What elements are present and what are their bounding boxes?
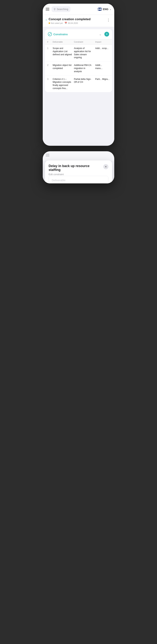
bg-nav-bar bbox=[43, 151, 114, 161]
page-title: Concept creation completed bbox=[49, 18, 91, 21]
row-deliverable: Scope and Application List defined and a… bbox=[53, 47, 74, 56]
row-num: 3 bbox=[47, 78, 53, 80]
bottom-spacer bbox=[43, 94, 114, 146]
row-num: 2 bbox=[47, 64, 53, 66]
modal-header: Delay in back up resource staffing ✕ bbox=[49, 164, 108, 172]
vote-dot-icon bbox=[49, 22, 50, 24]
constraints-title: Constrains bbox=[53, 33, 68, 36]
deliverable-field[interactable]: Deliverable bbox=[49, 176, 108, 184]
col-header-deliverable: Deliverable bbox=[53, 41, 74, 43]
bottom-phone-screen: Delay in back up resource staffing ✕ Edi… bbox=[43, 151, 114, 184]
col-header-constraint: Constraint bbox=[74, 41, 95, 43]
nav-bar: ⚲ Searching ENG ⌄ bbox=[43, 4, 114, 15]
hamburger-menu-button[interactable] bbox=[46, 8, 49, 10]
constraints-section: Constrains ⌄ + # Deliverable Constraint … bbox=[45, 29, 112, 92]
row-impact: Addi... scop... bbox=[95, 47, 110, 50]
constraints-header-right: ⌄ + bbox=[99, 32, 109, 36]
search-bar[interactable]: ⚲ Searching bbox=[51, 6, 70, 12]
constraints-header: Constrains ⌄ + bbox=[45, 29, 112, 39]
page-header-left: ‹ Concept creation completed Not voted y… bbox=[46, 18, 91, 24]
deliverable-placeholder: Deliverable bbox=[52, 178, 65, 182]
calendar-icon: 📅 bbox=[65, 22, 67, 24]
flag-icon bbox=[98, 8, 102, 11]
constraints-header-left: Constrains bbox=[48, 32, 68, 36]
edit-constraint-modal: Delay in back up resource staffing ✕ Edi… bbox=[45, 160, 112, 184]
search-text: Searching bbox=[57, 8, 68, 11]
row-constraint: Partial delta Sign-Off of CH bbox=[74, 78, 95, 84]
row-constraint: Analysis of application list for Sales s… bbox=[74, 47, 95, 59]
lang-dropdown-icon[interactable]: ⌄ bbox=[110, 8, 111, 10]
more-options-button[interactable]: ⋮ bbox=[106, 18, 111, 22]
row-deliverable: Criterion # 1 – Migration concepts final… bbox=[53, 78, 74, 90]
bg-hamburger-icon bbox=[46, 154, 49, 156]
add-constraint-button[interactable]: + bbox=[104, 32, 109, 36]
row-deliverable: Migration object list completed bbox=[53, 64, 74, 70]
col-header-impact: Impact bbox=[95, 41, 110, 43]
row-impact: Addit... manu... bbox=[95, 64, 110, 70]
modal-close-button[interactable]: ✕ bbox=[103, 164, 108, 169]
nav-left: ⚲ Searching bbox=[46, 6, 70, 12]
expand-icon[interactable]: ⌄ bbox=[99, 32, 101, 36]
nav-right: ENG ⌄ bbox=[98, 8, 111, 11]
search-icon: ⚲ bbox=[54, 8, 56, 11]
vote-badge: Not voted yet bbox=[49, 22, 63, 24]
col-header-num: # bbox=[47, 41, 53, 43]
date-text: 30.04.2020 bbox=[68, 22, 78, 24]
table-header: # Deliverable Constraint Impact bbox=[45, 39, 112, 44]
modal-title: Delay in back up resource staffing bbox=[49, 164, 103, 172]
modal-subtitle: Edit constraint bbox=[49, 173, 64, 176]
row-impact: Parti... Migra... bbox=[95, 78, 110, 81]
page-header: ‹ Concept creation completed Not voted y… bbox=[43, 15, 114, 27]
back-button[interactable]: ‹ bbox=[46, 18, 47, 22]
row-num: 1 bbox=[47, 47, 53, 50]
table-row[interactable]: 3 Criterion # 1 – Migration concepts fin… bbox=[45, 76, 112, 92]
row-constraint: Additional RM-CA migration in analysis bbox=[74, 64, 95, 73]
date-badge: 📅 30.04.2020 bbox=[65, 22, 78, 24]
table-row[interactable]: 2 Migration object list completed Additi… bbox=[45, 62, 112, 75]
table-row[interactable]: 1 Scope and Application List defined and… bbox=[45, 44, 112, 62]
lang-text: ENG bbox=[103, 8, 108, 11]
ban-icon bbox=[48, 32, 52, 36]
page-meta: Not voted yet 📅 30.04.2020 bbox=[49, 22, 91, 24]
page-title-block: Concept creation completed Not voted yet… bbox=[49, 18, 91, 24]
vote-status-text: Not voted yet bbox=[51, 22, 63, 24]
top-phone-screen: ⚲ Searching ENG ⌄ ‹ Concept creation com… bbox=[43, 4, 114, 146]
